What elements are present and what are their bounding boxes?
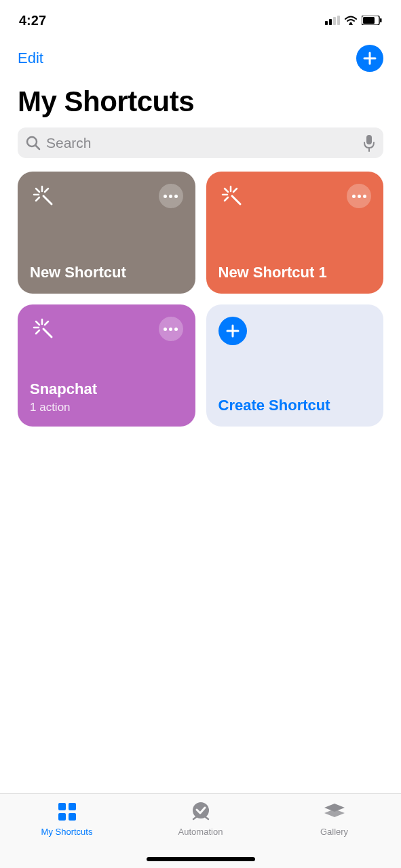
- svg-point-34: [193, 802, 209, 818]
- svg-rect-6: [363, 17, 375, 24]
- create-shortcut-card[interactable]: Create Shortcut: [206, 304, 384, 427]
- create-title: Create Shortcut: [218, 397, 372, 414]
- card-title: New Shortcut 1: [218, 264, 372, 281]
- magic-wand-icon: [30, 184, 54, 211]
- magic-wand-icon: [218, 184, 243, 211]
- shortcut-card[interactable]: Snapchat 1 action: [18, 304, 195, 427]
- tab-label: Automation: [178, 827, 223, 837]
- svg-rect-30: [58, 803, 66, 810]
- svg-line-27: [45, 321, 48, 325]
- svg-line-20: [225, 189, 228, 192]
- svg-rect-1: [329, 19, 332, 25]
- svg-line-26: [36, 321, 39, 325]
- plus-icon: [362, 51, 377, 66]
- microphone-icon[interactable]: [363, 134, 375, 152]
- svg-rect-3: [337, 16, 340, 25]
- svg-rect-10: [366, 135, 372, 144]
- svg-rect-7: [380, 18, 382, 22]
- svg-rect-33: [69, 813, 76, 821]
- plus-circle-icon: [218, 317, 247, 345]
- nav-bar: Edit: [0, 37, 401, 80]
- shortcuts-grid: New Shortcut New Shortcut 1 Snapchat 1 a…: [0, 172, 401, 427]
- svg-line-29: [43, 329, 52, 337]
- add-shortcut-button[interactable]: [356, 45, 383, 72]
- card-more-button[interactable]: [159, 317, 183, 341]
- svg-line-17: [43, 196, 52, 204]
- shortcut-card[interactable]: New Shortcut 1: [206, 172, 384, 294]
- svg-line-23: [232, 196, 240, 204]
- tab-my-shortcuts[interactable]: My Shortcuts: [0, 801, 134, 868]
- svg-rect-31: [69, 803, 76, 810]
- tab-gallery[interactable]: Gallery: [267, 801, 401, 868]
- search-icon: [26, 136, 41, 151]
- svg-line-22: [225, 197, 228, 201]
- card-subtitle: 1 action: [30, 401, 183, 414]
- svg-line-21: [233, 189, 237, 192]
- svg-line-15: [45, 189, 48, 192]
- edit-button[interactable]: Edit: [18, 50, 43, 67]
- card-title: Snapchat: [30, 380, 183, 398]
- tab-label: Gallery: [320, 827, 348, 837]
- status-bar: 4:27: [0, 0, 401, 37]
- svg-line-14: [36, 189, 39, 192]
- grid-icon: [55, 801, 79, 823]
- wifi-icon: [344, 16, 358, 25]
- shortcut-card[interactable]: New Shortcut: [18, 172, 195, 294]
- svg-point-4: [349, 22, 352, 25]
- card-more-button[interactable]: [159, 184, 183, 208]
- svg-rect-2: [333, 17, 336, 25]
- status-time: 4:27: [19, 13, 46, 28]
- magic-wand-icon: [30, 317, 54, 344]
- tab-label: My Shortcuts: [41, 827, 93, 837]
- search-bar[interactable]: [18, 127, 383, 158]
- svg-line-16: [36, 197, 39, 201]
- card-title: New Shortcut: [30, 264, 183, 281]
- battery-icon: [362, 16, 382, 25]
- svg-rect-32: [58, 813, 66, 821]
- cellular-icon: [325, 16, 340, 25]
- page-title: My Shortcuts: [0, 80, 401, 127]
- search-input[interactable]: [46, 135, 363, 151]
- home-indicator[interactable]: [147, 857, 255, 861]
- card-more-button[interactable]: [347, 184, 371, 208]
- svg-line-9: [35, 145, 39, 149]
- svg-line-28: [36, 330, 39, 334]
- gallery-icon: [322, 801, 347, 823]
- automation-icon: [189, 801, 213, 823]
- svg-rect-0: [325, 21, 328, 25]
- status-icons: [325, 16, 382, 25]
